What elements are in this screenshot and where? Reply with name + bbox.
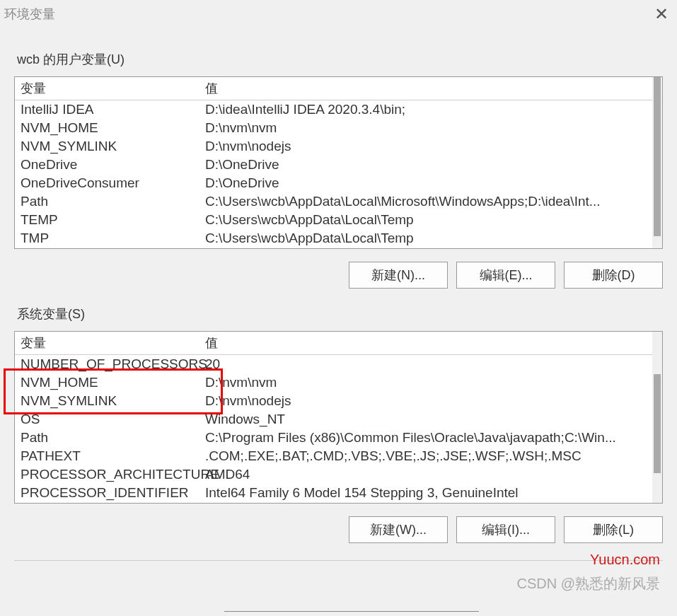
table-row[interactable]: NVM_SYMLINKD:\nvm\nodejs: [15, 392, 652, 410]
cell-value: 20: [202, 356, 652, 372]
table-row[interactable]: PATHEXT.COM;.EXE;.BAT;.CMD;.VBS;.VBE;.JS…: [15, 447, 652, 465]
user-vars-listbox[interactable]: 变量 值 IntelliJ IDEAD:\idea\IntelliJ IDEA …: [14, 76, 663, 249]
cell-variable: TMP: [15, 231, 202, 246]
header-value[interactable]: 值: [202, 80, 652, 97]
watermark-site: Yuucn.com: [590, 552, 660, 568]
table-row[interactable]: NVM_HOMED:\nvm\nvm: [15, 119, 652, 137]
cell-value: C:\Users\wcb\AppData\Local\Temp: [202, 231, 652, 246]
cell-variable: PATHEXT: [15, 448, 202, 464]
scrollbar-thumb[interactable]: [654, 374, 661, 473]
table-row[interactable]: NVM_SYMLINKD:\nvm\nodejs: [15, 137, 652, 156]
cell-value: Windows_NT: [202, 412, 652, 427]
table-row[interactable]: PathC:\Program Files (x86)\Common Files\…: [15, 429, 652, 447]
titlebar: 环境变量 ✕: [0, 0, 677, 28]
watermark-csdn: CSDN @熟悉的新风景: [516, 574, 660, 593]
cell-value: D:\OneDrive: [202, 175, 652, 191]
cell-value: D:\OneDrive: [202, 157, 652, 173]
cell-value: AMD64: [202, 467, 652, 482]
cell-variable: Path: [15, 430, 202, 446]
system-vars-listbox[interactable]: 变量 值 NUMBER_OF_PROCESSORS20NVM_HOMED:\nv…: [14, 331, 663, 504]
table-row[interactable]: TEMPC:\Users\wcb\AppData\Local\Temp: [15, 211, 652, 229]
dialog-content: wcb 的用户变量(U) 变量 值 IntelliJ IDEAD:\idea\I…: [0, 28, 677, 575]
cell-variable: NVM_SYMLINK: [15, 393, 202, 409]
cell-variable: PROCESSOR_ARCHITECTURE: [15, 467, 202, 482]
table-row[interactable]: OSWindows_NT: [15, 410, 652, 429]
cell-value: D:\idea\IntelliJ IDEA 2020.3.4\bin;: [202, 102, 652, 117]
system-scrollbar[interactable]: [652, 332, 662, 503]
table-row[interactable]: TMPC:\Users\wcb\AppData\Local\Temp: [15, 229, 652, 248]
cell-variable: PROCESSOR_IDENTIFIER: [15, 485, 202, 501]
user-scrollbar[interactable]: [652, 77, 662, 248]
table-row[interactable]: OneDriveConsumerD:\OneDrive: [15, 174, 652, 192]
cell-variable: OS: [15, 412, 202, 427]
table-row[interactable]: PathC:\Users\wcb\AppData\Local\Microsoft…: [15, 192, 652, 211]
cell-value: C:\Users\wcb\AppData\Local\Temp: [202, 212, 652, 228]
cell-variable: IntelliJ IDEA: [15, 102, 202, 117]
divider: [14, 560, 663, 561]
close-icon[interactable]: ✕: [654, 4, 669, 24]
cell-variable: NVM_HOME: [15, 120, 202, 136]
header-value[interactable]: 值: [202, 335, 652, 351]
table-row[interactable]: PROCESSOR_IDENTIFIERIntel64 Family 6 Mod…: [15, 484, 652, 502]
user-delete-button[interactable]: 删除(D): [564, 262, 663, 289]
cell-value: C:\Users\wcb\AppData\Local\Microsoft\Win…: [202, 194, 652, 209]
cell-variable: NVM_HOME: [15, 375, 202, 390]
system-vars-header[interactable]: 变量 值: [15, 332, 652, 355]
cell-variable: TEMP: [15, 212, 202, 228]
cell-value: D:\nvm\nvm: [202, 120, 652, 136]
cell-value: D:\nvm\nodejs: [202, 393, 652, 409]
table-row[interactable]: NVM_HOMED:\nvm\nvm: [15, 373, 652, 392]
system-delete-button[interactable]: 删除(L): [564, 516, 663, 543]
table-row[interactable]: PROCESSOR_ARCHITECTUREAMD64: [15, 465, 652, 484]
cell-value: Intel64 Family 6 Model 154 Stepping 3, G…: [202, 485, 652, 501]
window-title: 环境变量: [4, 6, 55, 23]
table-row[interactable]: IntelliJ IDEAD:\idea\IntelliJ IDEA 2020.…: [15, 100, 652, 119]
user-vars-header[interactable]: 变量 值: [15, 77, 652, 100]
scrollbar-thumb[interactable]: [654, 77, 661, 236]
system-edit-button[interactable]: 编辑(I)...: [456, 516, 555, 543]
user-buttons: 新建(N)... 编辑(E)... 删除(D): [14, 262, 663, 289]
system-buttons: 新建(W)... 编辑(I)... 删除(L): [14, 516, 663, 543]
user-edit-button[interactable]: 编辑(E)...: [456, 262, 555, 289]
cell-value: D:\nvm\nvm: [202, 375, 652, 390]
cell-variable: NUMBER_OF_PROCESSORS: [15, 356, 202, 372]
cell-variable: NVM_SYMLINK: [15, 139, 202, 154]
table-row[interactable]: NUMBER_OF_PROCESSORS20: [15, 355, 652, 373]
system-vars-label: 系统变量(S): [17, 306, 663, 322]
cell-value: .COM;.EXE;.BAT;.CMD;.VBS;.VBE;.JS;.JSE;.…: [202, 448, 652, 464]
table-row[interactable]: OneDriveD:\OneDrive: [15, 156, 652, 174]
cell-value: C:\Program Files (x86)\Common Files\Orac…: [202, 430, 652, 446]
cell-variable: Path: [15, 194, 202, 209]
system-new-button[interactable]: 新建(W)...: [349, 516, 448, 543]
cell-value: D:\nvm\nodejs: [202, 139, 652, 154]
user-new-button[interactable]: 新建(N)...: [349, 262, 448, 289]
cell-variable: OneDriveConsumer: [15, 175, 202, 191]
cell-variable: OneDrive: [15, 157, 202, 173]
bottom-divider: [224, 611, 479, 612]
user-vars-label: wcb 的用户变量(U): [17, 51, 663, 68]
header-variable[interactable]: 变量: [15, 80, 202, 97]
header-variable[interactable]: 变量: [15, 335, 202, 351]
